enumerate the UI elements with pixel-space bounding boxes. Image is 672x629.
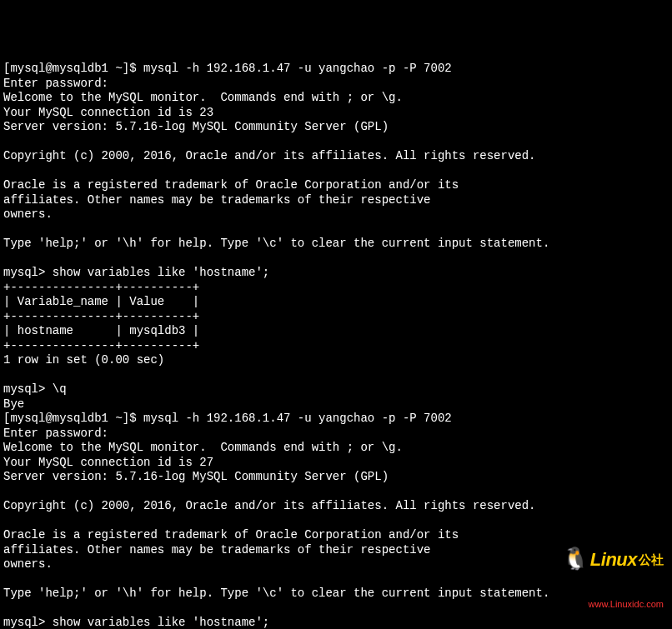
- table-border: +---------------+----------+: [3, 339, 199, 352]
- copyright-line: Copyright (c) 2000, 2016, Oracle and/or …: [3, 149, 536, 162]
- welcome-line: Welcome to the MySQL monitor. Commands e…: [3, 91, 403, 104]
- server-version-line: Server version: 5.7.16-log MySQL Communi…: [3, 470, 389, 483]
- shell-prompt-line: [mysql@mysqldb1 ~]$ mysql -h 192.168.1.4…: [3, 412, 452, 425]
- watermark-brand-cn: 公社: [639, 552, 664, 568]
- table-border: +---------------+----------+: [3, 310, 199, 323]
- welcome-line: Welcome to the MySQL monitor. Commands e…: [3, 441, 403, 454]
- connection-id-line: Your MySQL connection id is 27: [3, 456, 213, 469]
- shell-prompt-line: [mysql@mysqldb1 ~]$ mysql -h 192.168.1.4…: [3, 62, 452, 75]
- server-version-line: Server version: 5.7.16-log MySQL Communi…: [3, 120, 389, 133]
- table-border: +---------------+----------+: [3, 281, 199, 294]
- mysql-query-line: mysql> show variables like 'hostname';: [3, 616, 269, 629]
- trademark-line: owners.: [3, 557, 53, 571]
- bye-line: Bye: [3, 397, 24, 411]
- trademark-line: Oracle is a registered trademark of Orac…: [3, 178, 459, 192]
- help-line: Type 'help;' or '\h' for help. Type '\c'…: [3, 237, 549, 250]
- password-prompt: Enter password:: [3, 77, 108, 90]
- mysql-query-line: mysql> show variables like 'hostname';: [3, 266, 269, 279]
- trademark-line: owners.: [3, 207, 53, 221]
- password-prompt: Enter password:: [3, 427, 108, 440]
- trademark-line: Oracle is a registered trademark of Orac…: [3, 528, 459, 542]
- trademark-line: affiliates. Other names may be trademark…: [3, 543, 430, 557]
- help-line: Type 'help;' or '\h' for help. Type '\c'…: [3, 587, 549, 600]
- mysql-quit-line: mysql> \q: [3, 382, 67, 396]
- table-row: | hostname | mysqldb3 |: [3, 324, 199, 337]
- penguin-icon: 🐧: [562, 549, 589, 571]
- result-line: 1 row in set (0.00 sec): [3, 353, 164, 367]
- watermark-brand: Linux: [590, 548, 637, 572]
- copyright-line: Copyright (c) 2000, 2016, Oracle and/or …: [3, 499, 536, 512]
- watermark-url: www.Linuxidc.com: [562, 599, 664, 611]
- watermark: 🐧 Linux 公社 www.Linuxidc.com: [562, 519, 664, 625]
- trademark-line: affiliates. Other names may be trademark…: [3, 193, 430, 207]
- table-header: | Variable_name | Value |: [3, 295, 199, 308]
- connection-id-line: Your MySQL connection id is 23: [3, 106, 213, 119]
